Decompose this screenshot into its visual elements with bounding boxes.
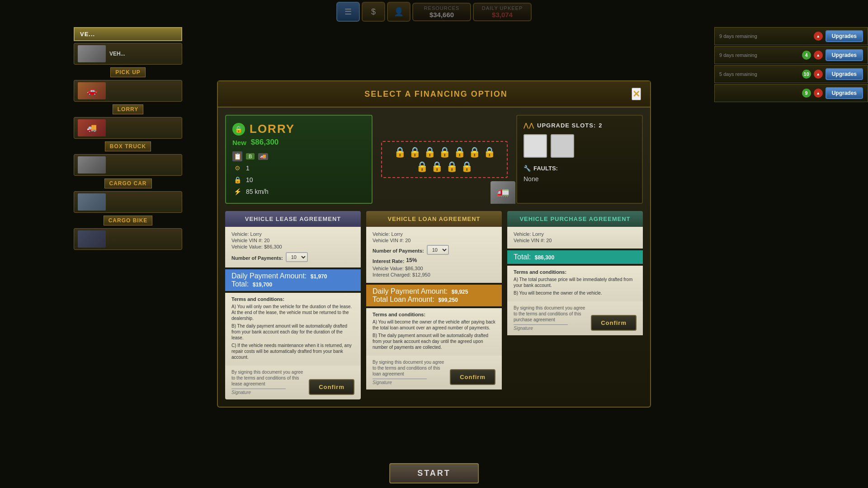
- lease-daily-label: Daily Payment Amount: $1,970: [231, 272, 354, 280]
- upgrade-slots-area: [524, 134, 636, 158]
- loan-confirm-button[interactable]: Confirm: [450, 369, 495, 385]
- cargo-visual-area: 🔒 🔒 🔒 🔒 🔒 🔒 🔒 🔒 🔒 🔒 🔒 🚛: [378, 115, 511, 204]
- lease-total-row: Total: $19,700: [231, 280, 354, 288]
- loan-signature-area: By signing this document you agree to th…: [366, 356, 502, 389]
- lease-signature-area: By signing this document you agree to th…: [225, 366, 361, 399]
- purchase-vehicle: Vehicle: Lorry: [514, 231, 637, 237]
- sidebar-item-cargobike[interactable]: [74, 228, 182, 250]
- right-sidebar-item-3: 5 days remaining 10 ▲ Upgrades: [714, 65, 868, 83]
- lease-signature-line: [231, 389, 286, 389]
- lease-daily-amount: $1,970: [311, 273, 327, 280]
- loan-interest-label: Interest Rate:: [373, 258, 404, 264]
- vehicle-type-badge: B: [246, 153, 255, 160]
- cargo-item: 🔒: [446, 161, 458, 173]
- loan-signing-text-area: By signing this document you agree to th…: [373, 359, 445, 385]
- lorry-label: LORRY: [113, 104, 144, 114]
- cargo-item: 🔒: [431, 161, 443, 173]
- loan-term-b: B) The daily payment amount will be auto…: [373, 333, 495, 350]
- cargo-item: 🔒: [453, 146, 466, 158]
- speed-stat-row: ⚡ 85 km/h: [232, 187, 365, 197]
- loan-vin: Vehicle VIN #: 20: [373, 238, 495, 243]
- cargo-value: 10: [246, 176, 253, 183]
- new-badge: New: [232, 139, 246, 146]
- fault-badge-4: ▲: [814, 89, 823, 98]
- remaining-3: 5 days remaining: [719, 71, 757, 77]
- lease-vehicle-value: Vehicle Value: $86,300: [231, 244, 354, 249]
- modal-close-button[interactable]: ✕: [632, 88, 641, 100]
- sidebar-item-boxtruck[interactable]: [74, 154, 182, 176]
- vehicle-price-row: New $86,300: [232, 138, 365, 147]
- count-badge-4: 9: [802, 89, 811, 98]
- cargo-icon: 🔒: [232, 175, 242, 185]
- upgrades-button-4[interactable]: Upgrades: [826, 87, 863, 99]
- loan-interest-value: 15%: [406, 257, 417, 263]
- loan-body: Vehicle: Lorry Vehicle VIN #: 20 Number …: [366, 227, 502, 283]
- right-sidebar-item-2: 9 days remaining 4 ▲ Upgrades: [714, 46, 868, 64]
- upgrade-chevron-icon: ⋀⋀: [524, 122, 534, 129]
- lease-signature-label: Signature: [231, 390, 304, 395]
- loan-daily-amount: $9,925: [452, 289, 468, 295]
- cargocar-label: CARGO CAR: [104, 178, 152, 188]
- vehicle-name-row: 🔒 LORRY: [232, 122, 365, 136]
- cargo-item: 🔒: [394, 146, 406, 158]
- loan-card: VEHICLE LOAN AGREEMENT Vehicle: Lorry Ve…: [366, 211, 502, 399]
- sidebar-item-cargocar[interactable]: [74, 191, 182, 213]
- right-sidebar-item-4: 9 ▲ Upgrades: [714, 84, 868, 102]
- vehicle-main-panel: 🔒 LORRY New $86,300 📋 B 🚚 ⚙ 1 🔒: [225, 115, 373, 204]
- cargo-item: 🔒: [416, 161, 428, 173]
- cargo-item: 🔒: [409, 146, 421, 158]
- boxtruck-thumb: [78, 156, 106, 174]
- loan-daily-row: Daily Payment Amount: $9,925: [373, 287, 495, 296]
- vehicle-subtype-badge: 🚚: [258, 153, 268, 160]
- loan-vehicle: Vehicle: Lorry: [373, 231, 495, 237]
- start-button[interactable]: START: [389, 463, 479, 483]
- lease-terms: Terms and conditions: A) You will only o…: [225, 293, 361, 366]
- boxtruck-label: BOX TRUCK: [105, 141, 151, 151]
- cargobike-label: CARGO BIKE: [104, 216, 153, 225]
- stat-icons-row: 📋 B 🚚: [232, 151, 365, 161]
- sidebar-item-pickup[interactable]: 🚗: [74, 80, 182, 102]
- loan-interest-row: Interest Rate: 15%: [373, 256, 495, 265]
- upgrades-button-2[interactable]: Upgrades: [826, 49, 863, 61]
- lease-payments-select[interactable]: 10 20 30: [286, 252, 308, 262]
- lorry-thumb: 🚚: [78, 119, 106, 136]
- upgrade-slot-2: [551, 134, 574, 158]
- purchase-terms-title: Terms and conditions:: [514, 269, 637, 275]
- lease-vin: Vehicle VIN #: 20: [231, 238, 354, 243]
- sidebar-item-vehicles[interactable]: VEH...: [74, 43, 182, 65]
- purchase-confirm-button[interactable]: Confirm: [591, 315, 637, 331]
- upgrade-slot-1: [524, 134, 547, 158]
- cargo-grid: 🔒 🔒 🔒 🔒 🔒 🔒 🔒 🔒 🔒 🔒 🔒: [381, 141, 508, 178]
- loan-payments-select[interactable]: 10 20: [427, 245, 449, 255]
- faults-label: FAULTS:: [533, 165, 558, 172]
- right-sidebar-item-1: 9 days remaining ▲ Upgrades: [714, 27, 868, 45]
- speed-icon: ⚡: [232, 187, 242, 197]
- count-badge-3: 10: [802, 70, 811, 79]
- sidebar-items-list: VEH... PICK UP 🚗 LORRY 🚚 BOX TRUCK CARGO…: [74, 43, 182, 250]
- upgrades-button-3[interactable]: Upgrades: [826, 68, 863, 80]
- modal-header: SELECT A FINANCING OPTION ✕: [218, 81, 650, 108]
- loan-total-amount: $99,250: [438, 297, 458, 303]
- upgrade-title: ⋀⋀ UPGRADE SLOTS: 2: [524, 122, 636, 129]
- lease-confirm-button[interactable]: Confirm: [309, 379, 354, 395]
- cargobike-thumb: [78, 230, 106, 248]
- faults-title: 🔧 FAULTS:: [524, 165, 636, 172]
- purchase-total-amount: $86,300: [535, 254, 554, 261]
- upgrades-button-1[interactable]: Upgrades: [826, 30, 863, 42]
- passenger-stat-row: ⚙ 1: [232, 163, 365, 173]
- passenger-value: 1: [246, 164, 250, 172]
- purchase-term-b: B) You will become the owner of the vehi…: [514, 290, 637, 296]
- modal-title: SELECT A FINANCING OPTION: [241, 89, 632, 99]
- right-sidebar: 9 days remaining ▲ Upgrades 9 days remai…: [714, 27, 868, 461]
- loan-interest-charged: Interest Charged: $12,950: [373, 272, 495, 277]
- lease-vehicle: Vehicle: Lorry: [231, 231, 354, 237]
- loan-signature-line: [373, 379, 427, 379]
- loan-payments-label: Number of Payments:: [373, 248, 424, 253]
- upgrade-slots-label: UPGRADE SLOTS:: [537, 122, 596, 129]
- sidebar-item-lorry[interactable]: 🚚: [74, 117, 182, 139]
- loan-signature-label: Signature: [373, 380, 445, 385]
- purchase-signature-area: By signing this document you agree to th…: [507, 301, 643, 335]
- loan-signing-text: By signing this document you agree to th…: [373, 359, 445, 377]
- lease-card: VEHICLE LEASE AGREEMENT Vehicle: Lorry V…: [225, 211, 361, 399]
- lease-signing-text-area: By signing this document you agree to th…: [231, 369, 304, 395]
